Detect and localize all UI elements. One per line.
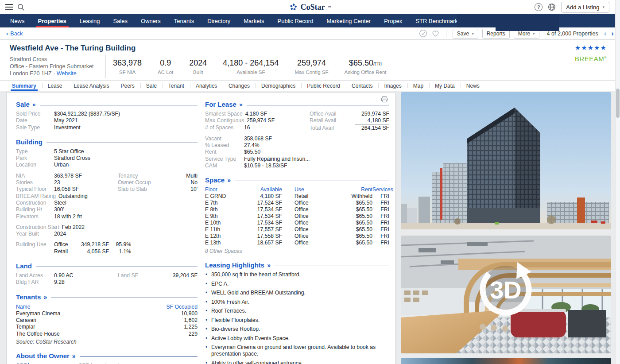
tab[interactable]: Lease Analysis — [68, 81, 115, 91]
nav-items: News Properties Leasing Sales Owners Ten… — [4, 14, 504, 27]
tab[interactable]: Contacts — [346, 81, 378, 91]
tab[interactable]: Changes — [223, 81, 256, 91]
col-sf-occupied[interactable]: SF Occupied — [167, 303, 198, 310]
tab[interactable]: Peers — [115, 81, 140, 91]
col-name[interactable]: Name — [16, 303, 31, 310]
address-line1: Stratford Cross — [10, 56, 101, 63]
divider — [446, 30, 446, 37]
section-link-icon: » — [239, 101, 243, 108]
tenants-table-header: Name SF Occupied — [16, 303, 198, 310]
divider — [105, 55, 106, 78]
col-available[interactable]: Available — [240, 186, 282, 193]
chevron-left-icon: ‹ — [6, 30, 8, 37]
building-section-header: Building — [16, 138, 198, 146]
leasing-highlights-section-header[interactable]: Leasing Highlights » — [205, 261, 389, 269]
field-row: Land Acres 0.90 AC — [16, 272, 118, 279]
col-floor[interactable]: Floor — [205, 186, 240, 193]
next-property-button[interactable]: › — [611, 29, 614, 38]
verify-check-icon[interactable] — [419, 29, 427, 38]
globe-icon[interactable] — [548, 3, 556, 11]
table-row: Templar 1,225 — [16, 324, 198, 330]
tab[interactable]: Sale — [140, 81, 163, 91]
header-stat: 0.9 AC Lot — [158, 58, 173, 75]
header-stat: 363,978 SF NIA — [113, 58, 142, 75]
results-counter: 4 of 2,000 Properties — [547, 31, 598, 37]
tab[interactable]: Tenant — [163, 81, 190, 91]
search-icon[interactable] — [17, 4, 25, 11]
highlight-item: Ability to offer self-contained entrance… — [205, 360, 389, 364]
highlight-item: Bio-diverse Rooftop. — [205, 326, 389, 333]
nav-item[interactable]: Public Record — [271, 14, 320, 27]
previous-property-button[interactable]: ‹ — [604, 29, 607, 38]
highlight-item: Everyman Cinema on ground and lower grou… — [205, 344, 389, 357]
tab[interactable]: Public Record — [301, 81, 346, 91]
field-row: Rent $65.50 — [205, 149, 389, 155]
tab[interactable]: Map — [407, 81, 429, 91]
property-photo-exterior[interactable] — [401, 92, 611, 229]
field-row: Type 5 Star Office — [16, 148, 198, 155]
tenants-table: Everyman Cinema 10,900 Caravan 1,602 Tem… — [16, 310, 198, 337]
vertical-scrollbar[interactable] — [615, 0, 620, 364]
tab[interactable]: Analytics — [190, 81, 223, 91]
add-a-listing-button[interactable]: Add a Listing ▾ — [561, 2, 609, 13]
logo-trademark: ™ — [328, 5, 331, 9]
field-row: Max Contiguous 259,974 SF — [205, 117, 310, 124]
tenants-section-header[interactable]: Tenants » — [16, 293, 198, 301]
field-row: Total Avail 264,154 SF — [310, 125, 389, 132]
col-use[interactable]: Use — [282, 186, 334, 193]
tab[interactable]: News — [461, 81, 485, 91]
left-column: Sale » Sold Price $304,921,282 ($837.75/… — [16, 100, 198, 364]
tab[interactable]: Demographics — [256, 81, 301, 91]
col-services[interactable]: Services — [372, 186, 393, 193]
field-row: Vacant 358,068 SF — [205, 136, 389, 142]
save-button[interactable]: Save ▾ — [453, 29, 478, 39]
scrollbar-thumb[interactable] — [616, 89, 620, 118]
tab[interactable]: Summary — [6, 81, 42, 91]
field-row: Park Stratford Cross — [16, 155, 198, 162]
field-row: Building Ht 300' — [16, 206, 118, 213]
field-row: Construction Steel — [16, 200, 118, 206]
menu-icon[interactable] — [5, 4, 13, 10]
for-lease-section-header[interactable]: For Lease » — [205, 101, 389, 108]
tab[interactable]: Lease — [42, 81, 68, 91]
highlight-item: 350,000 sq ft in the heart of Stratford. — [205, 271, 389, 278]
col-rent[interactable]: Rent — [334, 186, 372, 193]
nav-item[interactable]: Properties — [31, 14, 73, 27]
nav-item[interactable]: Tenants — [167, 14, 201, 27]
for-lease-rows-2: Vacant 358,068 SF % Leased 27.4% Rent $6… — [205, 136, 389, 169]
nav-item[interactable]: Sales — [106, 14, 134, 27]
property-photo-thumbnail[interactable] — [401, 358, 611, 364]
help-icon[interactable]: ? — [535, 3, 542, 11]
building-rows-2: NIA 363,978 SF Stories 23 Typical Floor — [16, 173, 118, 220]
property-address: Stratford Cross Office - Eastern Fringe … — [10, 56, 101, 77]
content-area: Sale » Sold Price $304,921,282 ($837.75/… — [0, 91, 620, 364]
field-row: Sale Type Investment — [16, 124, 198, 131]
costar-logo[interactable]: CoStar™ — [289, 3, 331, 12]
tenants-source: Source: CoStar Research — [16, 339, 198, 345]
nav-item[interactable]: News — [4, 14, 31, 27]
sale-section-header[interactable]: Sale » — [16, 101, 198, 108]
land-section-header: Land — [16, 262, 198, 270]
field-row: Location Urban — [16, 162, 198, 168]
website-link[interactable]: Website — [57, 70, 77, 77]
nav-item[interactable]: STR Benchmark — [409, 14, 464, 27]
table-row: E 9th 17,534 SF Office $65.50 FRI — [205, 213, 389, 220]
owner-section-header[interactable]: About the Owner » — [16, 352, 198, 360]
address-line3: London E20 1HZ · Website — [10, 70, 101, 77]
space-section-header[interactable]: Space » — [205, 176, 389, 184]
header-stat: 4,180 - 264,154 Available SF — [223, 58, 279, 75]
nav-item[interactable]: Markets — [237, 14, 271, 27]
star-rating: ★★★★★ — [575, 44, 607, 52]
nav-item[interactable]: Owners — [134, 14, 167, 27]
nav-item[interactable]: Directory — [201, 14, 237, 27]
favorite-heart-icon[interactable] — [431, 29, 440, 38]
property-photo-interior-3d-tour[interactable]: 3D — [401, 236, 611, 353]
nav-item[interactable]: Marketing Center — [320, 14, 377, 27]
tab[interactable]: Images — [378, 81, 407, 91]
tab[interactable]: My Data — [429, 81, 461, 91]
nav-item[interactable]: Propex — [377, 14, 409, 27]
back-button[interactable]: ‹ Back — [6, 30, 23, 37]
nav-item[interactable]: Leasing — [73, 14, 107, 27]
leasing-highlights-list: 350,000 sq ft in the heart of Stratford.… — [205, 271, 389, 364]
table-row: E 13th 18,657 SF Office $65.50 FRI — [205, 240, 389, 246]
